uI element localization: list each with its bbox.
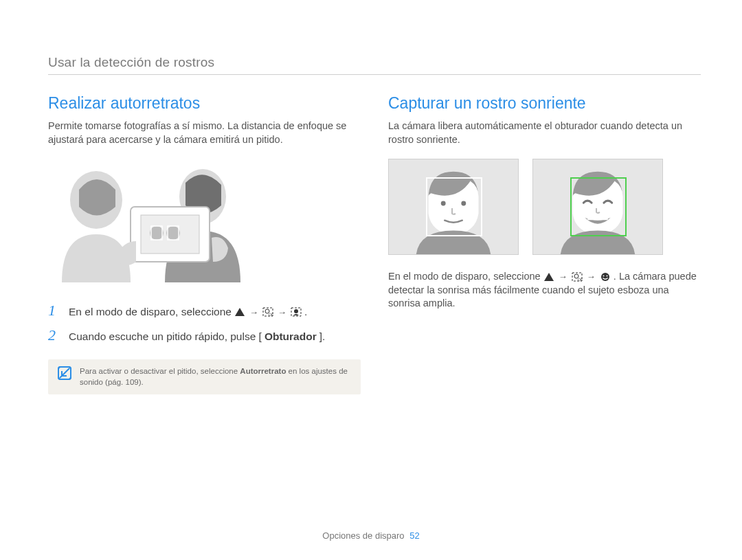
face-detect-box-green [570,177,627,236]
step-number: 2 [48,326,59,344]
steps-list: 1 En el modo de disparo, seleccione → OF… [48,302,361,344]
svg-point-26 [601,273,609,281]
content-columns: Realizar autorretratos Permite tomarse f… [48,94,701,394]
svg-point-28 [606,276,607,277]
step-2: 2 Cuando escuche un pitido rápido, pulse… [48,326,361,344]
thumb-neutral [388,159,519,255]
self-portrait-icon [291,307,302,317]
svg-point-13 [294,309,298,313]
svg-text:OFF: OFF [269,313,273,317]
note-box: Para activar o desactivar el pitido, sel… [48,359,361,394]
step-text: En el modo de disparo, seleccione → OFF … [69,306,307,318]
svg-marker-8 [235,308,245,316]
arrow-icon: → [248,307,260,317]
arrow-icon: → [557,271,569,282]
page-footer: Opciones de disparo 52 [0,530,742,541]
page-header: Usar la detección de rostros [48,55,701,70]
right-title: Capturar un rostro sonriente [388,94,701,113]
left-intro: Permite tomarse fotografías a sí mismo. … [48,120,361,146]
face-off-icon: OFF [262,307,273,317]
smile-icon [600,272,611,282]
step-number: 1 [48,302,59,320]
step-text: Cuando escuche un pitido rápido, pulse [… [69,331,325,343]
face-detect-box-white [426,177,482,236]
note-icon [58,366,71,380]
left-column: Realizar autorretratos Permite tomarse f… [48,94,361,394]
svg-marker-22 [544,273,554,281]
arrow-icon: → [276,307,288,317]
smile-thumbnails [388,159,701,255]
footer-section: Opciones de disparo [322,530,404,541]
right-column: Capturar un rostro sonriente La cámara l… [388,94,701,394]
selfportrait-illustration [48,159,268,282]
right-paragraph: En el modo de disparo, seleccione → OFF … [388,270,701,311]
left-title: Realizar autorretratos [48,94,361,113]
header-rule [48,74,701,75]
right-intro: La cámara libera automáticamente el obtu… [388,120,701,146]
up-triangle-icon [543,272,554,282]
svg-point-4 [150,226,164,240]
svg-point-5 [166,226,180,240]
svg-point-27 [603,276,604,277]
face-off-icon: OFF [572,272,583,282]
step-1: 1 En el modo de disparo, seleccione → OF… [48,302,361,320]
footer-page-number: 52 [409,530,419,541]
note-text: Para activar o desactivar el pitido, sel… [80,366,351,388]
arrow-icon: → [585,271,597,282]
thumb-smiling [532,159,663,255]
svg-text:OFF: OFF [578,278,583,282]
up-triangle-icon [234,307,245,317]
